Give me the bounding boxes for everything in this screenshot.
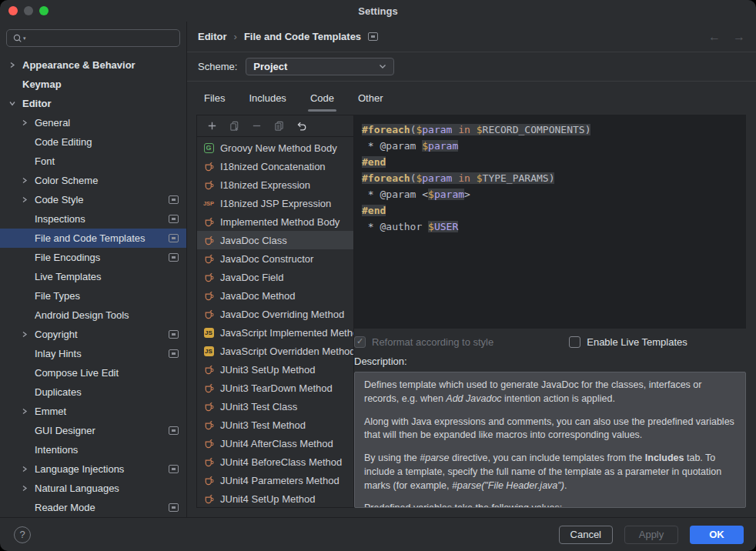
- sidebar-item-live-templates[interactable]: Live Templates: [0, 267, 186, 286]
- breadcrumb-editor[interactable]: Editor: [198, 31, 227, 42]
- add-icon[interactable]: [206, 120, 218, 132]
- settings-dialog: Settings ▾ Appearance & BehaviorKeymapEd…: [0, 0, 756, 551]
- sidebar-item-inspections[interactable]: Inspections: [0, 209, 186, 229]
- code-line: #foreach($param in $TYPE_PARAMS): [362, 170, 738, 186]
- cancel-button[interactable]: Cancel: [559, 526, 613, 544]
- ok-button[interactable]: OK: [690, 526, 744, 544]
- sidebar-item-label: Code Editing: [35, 136, 179, 148]
- sidebar-item-reader-mode[interactable]: Reader Mode: [0, 498, 186, 517]
- sidebar-item-label: Live Templates: [35, 271, 179, 282]
- java-class-icon: [202, 419, 215, 431]
- sidebar-item-label: Code Style: [35, 194, 169, 205]
- forward-icon[interactable]: →: [733, 30, 745, 44]
- template-item-javadoc-class[interactable]: JavaDoc Class: [197, 231, 353, 249]
- java-class-icon: [202, 216, 215, 228]
- sidebar-item-file-and-code-templates[interactable]: File and Code Templates: [0, 229, 186, 248]
- sidebar-item-intentions[interactable]: Intentions: [0, 440, 186, 459]
- template-item-junit3-test-class[interactable]: JUnit3 Test Class: [197, 397, 353, 416]
- template-item-label: JavaDoc Field: [220, 272, 283, 283]
- sidebar-item-file-types[interactable]: File Types: [0, 286, 186, 306]
- chevron-down-icon: [379, 64, 386, 69]
- copy-icon[interactable]: [273, 120, 285, 132]
- sidebar-item-file-encodings[interactable]: File Encodings: [0, 248, 186, 267]
- zoom-button[interactable]: [39, 6, 49, 15]
- template-item-i18nized-expression[interactable]: I18nized Expression: [197, 175, 353, 194]
- template-item-junit4-beforeclass-method[interactable]: JUnit4 BeforeClass Method: [197, 452, 353, 471]
- chevron-right-icon: [22, 466, 35, 473]
- template-item-label: I18nized Concatenation: [220, 161, 326, 172]
- remove-icon[interactable]: [250, 120, 263, 132]
- minimize-button[interactable]: [24, 6, 33, 15]
- java-class-icon: [202, 161, 215, 172]
- template-item-javadoc-method[interactable]: JavaDoc Method: [197, 286, 353, 305]
- template-item-javascript-implemented-method-body[interactable]: JSJavaScript Implemented Method Body: [197, 323, 353, 342]
- scheme-select[interactable]: Project: [246, 58, 394, 75]
- sidebar-item-general[interactable]: General: [0, 113, 186, 132]
- sidebar-item-gui-designer[interactable]: GUI Designer: [0, 421, 186, 440]
- template-item-javadoc-constructor[interactable]: JavaDoc Constructor: [197, 249, 353, 268]
- sidebar-item-android-design-tools[interactable]: Android Design Tools: [0, 306, 186, 325]
- template-code-editor[interactable]: #foreach($param in $RECORD_COMPONENTS) *…: [354, 115, 746, 329]
- template-item-i18nized-concatenation[interactable]: I18nized Concatenation: [197, 157, 353, 175]
- scheme-row: Scheme: Project: [187, 52, 756, 82]
- tab-files[interactable]: Files: [204, 82, 225, 115]
- sidebar-item-natural-languages[interactable]: Natural Languages: [0, 479, 186, 498]
- template-item-junit3-setup-method[interactable]: JUnit3 SetUp Method: [197, 360, 353, 379]
- sidebar-item-code-style[interactable]: Code Style: [0, 190, 186, 209]
- help-icon[interactable]: ?: [14, 526, 31, 543]
- java-class-icon: [202, 253, 215, 265]
- window-title: Settings: [358, 5, 397, 17]
- template-item-javadoc-field[interactable]: JavaDoc Field: [197, 268, 353, 286]
- tab-includes[interactable]: Includes: [249, 82, 286, 115]
- template-item-junit3-teardown-method[interactable]: JUnit3 TearDown Method: [197, 379, 353, 397]
- live-templates-label: Enable Live Templates: [587, 336, 687, 348]
- back-icon[interactable]: ←: [708, 30, 721, 44]
- sidebar-item-label: Editor: [22, 98, 179, 109]
- sidebar-item-label: Intentions: [35, 444, 179, 456]
- code-line: * @param $param: [362, 138, 738, 154]
- live-templates-checkbox[interactable]: [569, 336, 580, 348]
- tab-other[interactable]: Other: [358, 82, 383, 115]
- apply-button[interactable]: Apply: [624, 526, 678, 544]
- sidebar-item-label: Inlay Hints: [35, 348, 169, 359]
- reformat-checkbox[interactable]: [354, 336, 366, 348]
- template-item-label: JUnit3 SetUp Method: [220, 364, 316, 376]
- chevron-right-icon: [22, 408, 35, 415]
- search-field[interactable]: ▾: [6, 29, 180, 47]
- template-item-i18nized-jsp-expression[interactable]: JSPI18nized JSP Expression: [197, 194, 353, 212]
- template-item-label: Implemented Method Body: [220, 216, 340, 228]
- sidebar-item-language-injections[interactable]: Language Injections: [0, 459, 186, 479]
- breadcrumb-file-and-code-templates[interactable]: File and Code Templates: [244, 31, 361, 42]
- sidebar-item-inlay-hints[interactable]: Inlay Hints: [0, 344, 186, 363]
- template-item-label: JavaDoc Constructor: [220, 253, 313, 265]
- reformat-label: Reformat according to style: [372, 336, 493, 348]
- template-item-junit3-test-method[interactable]: JUnit3 Test Method: [197, 416, 353, 434]
- revert-icon[interactable]: [295, 120, 307, 132]
- sidebar-item-code-editing[interactable]: Code Editing: [0, 132, 186, 152]
- chevron-right-icon: [22, 119, 35, 126]
- tab-code[interactable]: Code: [310, 82, 334, 115]
- template-item-implemented-method-body[interactable]: Implemented Method Body: [197, 212, 353, 231]
- close-button[interactable]: [8, 6, 18, 15]
- search-input[interactable]: [27, 32, 174, 45]
- sidebar-item-appearance-behavior[interactable]: Appearance & Behavior: [0, 55, 186, 75]
- template-item-junit4-afterclass-method[interactable]: JUnit4 AfterClass Method: [197, 434, 353, 452]
- template-item-javadoc-overriding-method[interactable]: JavaDoc Overriding Method: [197, 305, 353, 323]
- template-item-junit4-setup-method[interactable]: JUnit4 SetUp Method: [197, 489, 353, 507]
- duplicate-icon[interactable]: [228, 120, 240, 132]
- project-settings-icon: [169, 426, 179, 435]
- sidebar-item-copyright[interactable]: Copyright: [0, 325, 186, 344]
- template-item-groovy-new-method-body[interactable]: GGroovy New Method Body: [197, 139, 353, 157]
- sidebar-item-duplicates[interactable]: Duplicates: [0, 382, 186, 402]
- scheme-label: Scheme:: [198, 61, 237, 72]
- sidebar-item-emmet[interactable]: Emmet: [0, 402, 186, 421]
- sidebar-item-compose-live-edit[interactable]: Compose Live Edit: [0, 363, 186, 382]
- template-item-junit4-parameters-method[interactable]: JUnit4 Parameters Method: [197, 471, 353, 489]
- sidebar-item-font[interactable]: Font: [0, 152, 186, 171]
- sidebar-item-keymap[interactable]: Keymap: [0, 75, 186, 94]
- sidebar-item-color-scheme[interactable]: Color Scheme: [0, 171, 186, 190]
- template-list: GGroovy New Method BodyI18nized Concaten…: [197, 137, 353, 507]
- template-item-javascript-overridden-method-body[interactable]: JSJavaScript Overridden Method Body: [197, 342, 353, 360]
- sidebar-item-editor[interactable]: Editor: [0, 94, 186, 113]
- description-paragraph: Predefined variables take the following …: [364, 502, 736, 508]
